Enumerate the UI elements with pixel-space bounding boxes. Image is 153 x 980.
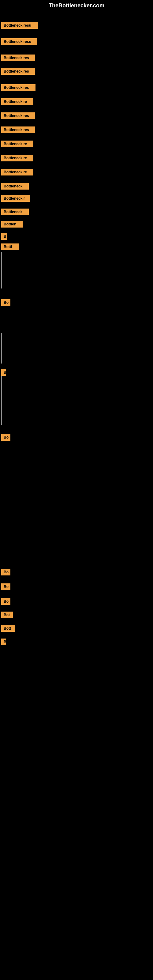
bottleneck-button-21[interactable]: Bo [1,584,10,590]
bottleneck-button-12[interactable]: Bottleneck r [1,195,30,202]
bottleneck-button-8[interactable]: Bottleneck re [1,140,33,147]
bottleneck-button-22[interactable]: Bo [1,598,10,605]
bottleneck-button-13[interactable]: Bottleneck [1,208,29,215]
bottleneck-button-17[interactable]: Bo [1,299,10,306]
bottleneck-button-5[interactable]: Bottleneck re [1,98,33,105]
bottleneck-button-15[interactable]: B [1,233,7,240]
bottleneck-button-25[interactable]: B [1,638,6,645]
bottleneck-button-2[interactable]: Bottleneck res [1,54,35,61]
bottleneck-button-9[interactable]: Bottleneck re [1,155,33,161]
bottleneck-button-1[interactable]: Bottleneck resu [1,38,37,45]
bottleneck-button-16[interactable]: Bottl [1,243,19,250]
bottleneck-button-11[interactable]: Bottleneck [1,183,29,189]
bottleneck-button-0[interactable]: Bottleneck resu [1,22,38,29]
bottleneck-button-6[interactable]: Bottleneck res [1,112,35,119]
site-title: TheBottlenecker.com [0,0,153,11]
bottleneck-button-7[interactable]: Bottleneck res [1,126,35,133]
bottleneck-button-14[interactable]: Bottlen [1,221,22,228]
vertical-line-3 [1,376,2,425]
bottleneck-button-4[interactable]: Bottleneck res [1,84,35,91]
bottleneck-button-3[interactable]: Bottleneck res [1,68,35,75]
vertical-line-1 [1,252,2,288]
bottleneck-button-23[interactable]: Bot [1,612,13,618]
bottleneck-button-10[interactable]: Bottleneck re [1,169,33,175]
bottleneck-button-19[interactable]: Bo [1,434,10,441]
bottleneck-button-18[interactable]: B [1,369,6,376]
bottleneck-button-24[interactable]: Bott [1,625,15,632]
vertical-line-2 [1,333,2,364]
bottleneck-button-20[interactable]: Bo [1,569,10,576]
